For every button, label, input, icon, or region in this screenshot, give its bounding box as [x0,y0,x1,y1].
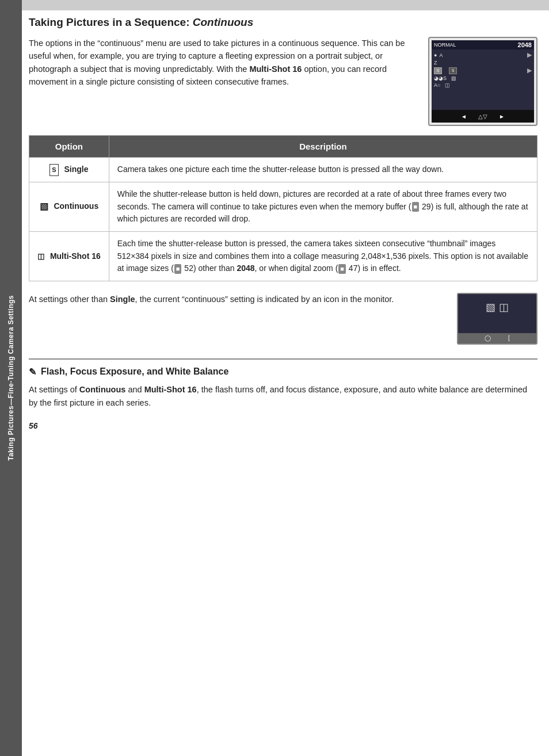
single-description: Camera takes one picture each time the s… [109,158,537,182]
cam-ao-icon: A○ [434,82,440,88]
cam-bss-icon: ◕◕S [434,75,447,81]
cam-s-icon: S [434,67,442,74]
multishot-icon: ◫ [37,251,44,262]
sidebar: Taking Pictures—Fine-Tuning Camera Setti… [0,0,22,756]
cam-row-3: S S ▶ [434,67,532,74]
intro-section: The options in the “continuous” menu are… [29,37,537,126]
crossref-29: ■ [412,202,420,212]
flash-title: ✎ Flash, Focus Exposure, and White Balan… [29,366,537,377]
single-name: Single [64,165,89,174]
page-number: 56 [29,421,537,430]
col-description-header: Description [109,136,537,158]
monitor-bar-icon-1: ◯ [485,335,491,341]
crossref-52: ■ [174,264,182,274]
multishot-name: Multi-Shot 16 [50,251,101,261]
page-title-text: Taking Pictures in a Sequence: [29,16,193,28]
monitor-icons: ▧ ◫ [486,301,509,314]
top-bar [22,0,549,10]
table-row: ▧ Continuous While the shutter-release b… [29,182,537,231]
cam-z-text: Z [434,60,437,66]
cam-row-1: ● A ▶ [434,51,532,59]
option-continuous-cell: ▧ Continuous [29,182,109,231]
continuous-icon: ▧ [40,200,48,214]
continuous-name: Continuous [54,201,98,211]
monitor-small-mockup: ▧ ◫ ◯ [ [457,293,537,345]
monitor-bar-icon-2: [ [508,335,510,341]
camera-screen-mockup: NORMAL 2048 ● A ▶ Z S S ▶ [428,37,537,126]
cam-top-bar: NORMAL 2048 [432,40,534,49]
cam-arrow-2: ▶ [527,67,532,74]
option-single-cell: S Single [29,158,109,182]
cam-normal-text: NORMAL [434,42,456,48]
page-title: Taking Pictures in a Sequence: Continuou… [29,16,537,29]
cam-a-text: A [439,52,443,58]
cam-dot-icon: ● [434,52,437,58]
page-title-italic: Continuous [193,16,254,28]
flash-title-text: Flash, Focus Exposure, and White Balance [41,366,228,377]
cam-cont-icon: ▧ [451,75,456,81]
cam-nav-up-down: △▽ [478,113,487,120]
cam-bottom: ◄ △▽ ► [432,110,534,123]
main-content: Taking Pictures in a Sequence: Continuou… [29,0,537,430]
cam-row-5: A○ ◫ [434,82,532,88]
cam-multi-icon: ◫ [445,82,450,88]
col-option-header: Option [29,136,109,158]
cam-row-4: ◕◕S ▧ [434,75,532,81]
single-desc-text: Camera takes one picture each time the s… [117,165,444,174]
cam-s2-icon: S [449,67,457,74]
sidebar-label: Taking Pictures—Fine-Tuning Camera Setti… [7,295,15,461]
after-table-text: At settings other than Single, the curre… [29,293,445,306]
flash-text: At settings of Continuous and Multi-Shot… [29,383,537,410]
crossref-47: ■ [338,264,346,274]
continuous-description: While the shutter-release button is held… [109,182,537,231]
multishot-description: Each time the shutter-release button is … [109,231,537,281]
pencil-icon: ✎ [29,366,36,377]
intro-text: The options in the “continuous” menu are… [29,37,419,126]
cam-body: ● A ▶ Z S S ▶ ◕◕S ▧ A○ [432,49,534,110]
cam-arrow-1: ▶ [527,51,532,59]
table-header-row: Option Description [29,136,537,158]
cam-nav-left: ◄ [461,113,467,120]
option-multishot-cell: ◫ Multi-Shot 16 [29,231,109,281]
monitor-icon-1: ▧ [486,301,495,314]
options-table: Option Description S Single Camera takes… [29,135,537,281]
cam-nav-right: ► [499,113,505,120]
cam-2048-text: 2048 [518,41,532,48]
monitor-bottom-bar: ◯ [ [458,333,536,343]
cam-row-2: Z [434,60,532,66]
after-table-section: At settings other than Single, the curre… [29,293,537,345]
table-row: ◫ Multi-Shot 16 Each time the shutter-re… [29,231,537,281]
table-row: S Single Camera takes one picture each t… [29,158,537,182]
flash-section: ✎ Flash, Focus Exposure, and White Balan… [29,358,537,410]
single-icon: S [49,164,58,176]
monitor-icon-2: ◫ [499,301,509,314]
